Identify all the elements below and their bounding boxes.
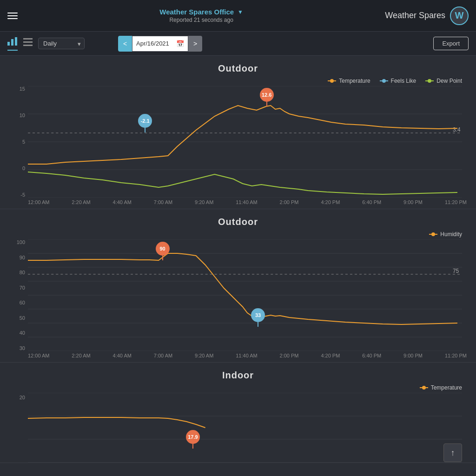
indoor-temp-title: Indoor [0, 370, 476, 381]
x-label-h4: 9:20 AM [195, 353, 213, 358]
outdoor-humidity-chart-svg: 75 [28, 239, 462, 351]
scroll-to-top-button[interactable]: ↑ [443, 443, 462, 462]
legend-indoor-temp-label: Temperature [431, 384, 462, 391]
period-select[interactable]: Daily Hourly Weekly Monthly [38, 38, 85, 49]
calendar-icon: 📅 [176, 40, 184, 47]
x-label-2: 4:40 AM [113, 199, 132, 205]
indoor-temp-chart-svg [28, 393, 462, 463]
header-right: Weather Spares W [385, 7, 469, 25]
x-label-4: 9:20 AM [195, 199, 213, 205]
svg-point-9 [382, 79, 386, 83]
svg-point-20 [431, 232, 435, 236]
x-label-6: 2:00 PM [280, 199, 299, 205]
y-label-100: 100 [17, 239, 25, 245]
date-next-button[interactable]: > [188, 36, 202, 52]
svg-text:75: 75 [453, 268, 459, 274]
x-label-h5: 11:40 AM [236, 353, 257, 358]
legend-indoor-temp: Temperature [420, 384, 462, 391]
x-label-h7: 4:20 PM [321, 353, 340, 358]
date-navigation: < 📅 > [118, 36, 202, 52]
brand-logo: W [450, 7, 469, 25]
y-label-20: 20 [20, 395, 25, 400]
x-label-h8: 6:40 PM [362, 353, 381, 358]
svg-rect-2 [15, 37, 17, 46]
x-label-1: 2:20 AM [72, 199, 90, 205]
y-label-50: 50 [20, 315, 25, 321]
brand-name: Weather Spares [385, 11, 445, 20]
x-label-10: 11:20 PM [445, 199, 467, 205]
indoor-temp-legend: Temperature [0, 384, 476, 391]
legend-humidity-label: Humidity [440, 231, 462, 238]
date-prev-button[interactable]: < [118, 36, 132, 52]
svg-rect-4 [23, 41, 33, 43]
y-label-15: 15 [20, 86, 25, 92]
toolbar: Daily Hourly Weekly Monthly < 📅 > Export [0, 32, 476, 56]
outdoor-humidity-section: Outdoor Humidity 100 90 80 70 60 50 40 3… [0, 209, 476, 363]
chart-view-icon[interactable] [7, 36, 18, 51]
x-label-h6: 2:00 PM [280, 353, 299, 358]
date-input[interactable] [136, 40, 173, 47]
x-label-h0: 12:00 AM [28, 353, 49, 358]
y-label-n5: -5 [20, 192, 25, 198]
x-label-0: 12:00 AM [28, 199, 49, 205]
legend-feels-like-label: Feels Like [391, 78, 416, 84]
date-input-wrapper: 📅 [132, 36, 188, 52]
outdoor-temp-x-axis: 12:00 AM 2:20 AM 4:40 AM 7:00 AM 9:20 AM… [28, 198, 467, 205]
outdoor-humidity-title: Outdoor [0, 217, 476, 227]
outdoor-temp-legend: Temperature Feels Like Dew Point [0, 78, 476, 84]
y-label-0: 0 [22, 165, 25, 171]
x-label-h10: 11:20 PM [445, 353, 467, 358]
export-button[interactable]: Export [433, 37, 469, 50]
header-left [7, 13, 18, 19]
outdoor-temp-section: Outdoor Temperature Feels Like Dew Point… [0, 56, 476, 209]
outdoor-temp-title: Outdoor [0, 63, 476, 74]
legend-dew-point-label: Dew Point [436, 78, 462, 84]
legend-dew-point: Dew Point [425, 78, 462, 84]
x-label-h9: 9:00 PM [403, 353, 423, 358]
legend-temperature-label: Temperature [339, 78, 370, 84]
y-label-30: 30 [20, 345, 25, 351]
outdoor-temp-chart-svg: 3.4 [28, 86, 462, 198]
y-label-5: 5 [22, 139, 25, 145]
svg-point-7 [330, 79, 334, 83]
x-label-5: 11:40 AM [236, 199, 257, 205]
svg-rect-1 [11, 39, 13, 46]
header: Weather Spares Office ▼ Reported 21 seco… [0, 0, 476, 32]
svg-point-11 [428, 79, 431, 83]
svg-point-33 [422, 386, 426, 390]
x-label-3: 7:00 AM [154, 199, 172, 205]
header-center: Weather Spares Office ▼ Reported 21 seco… [159, 8, 243, 23]
x-label-8: 6:40 PM [362, 199, 381, 205]
outdoor-humidity-x-axis: 12:00 AM 2:20 AM 4:40 AM 7:00 AM 9:20 AM… [28, 351, 467, 358]
list-view-icon[interactable] [23, 38, 33, 49]
hamburger-menu-button[interactable] [7, 13, 18, 19]
period-select-wrapper: Daily Hourly Weekly Monthly [38, 38, 85, 49]
y-label-80: 80 [20, 270, 25, 275]
svg-rect-0 [7, 42, 10, 46]
x-label-h1: 2:20 AM [72, 353, 90, 358]
y-label-10: 10 [20, 112, 25, 118]
station-dropdown-icon[interactable]: ▼ [238, 9, 243, 15]
legend-feels-like: Feels Like [380, 78, 416, 84]
y-label-40: 40 [20, 330, 25, 336]
reported-time: Reported 21 seconds ago [159, 17, 243, 23]
y-label-90: 90 [20, 255, 25, 260]
svg-rect-3 [23, 38, 33, 40]
x-label-9: 9:00 PM [403, 199, 423, 205]
x-label-h3: 7:00 AM [154, 353, 172, 358]
y-label-60: 60 [20, 300, 25, 305]
station-name[interactable]: Weather Spares Office [159, 8, 234, 16]
legend-humidity: Humidity [429, 231, 462, 238]
y-label-70: 70 [20, 285, 25, 291]
svg-rect-5 [23, 45, 33, 46]
x-label-7: 4:20 PM [321, 199, 340, 205]
legend-temperature: Temperature [328, 78, 370, 84]
indoor-temp-section: Indoor Temperature 20 17.9 [0, 363, 476, 463]
svg-text:3.4: 3.4 [453, 126, 461, 133]
outdoor-humidity-legend: Humidity [0, 231, 476, 238]
x-label-h2: 4:40 AM [113, 353, 132, 358]
